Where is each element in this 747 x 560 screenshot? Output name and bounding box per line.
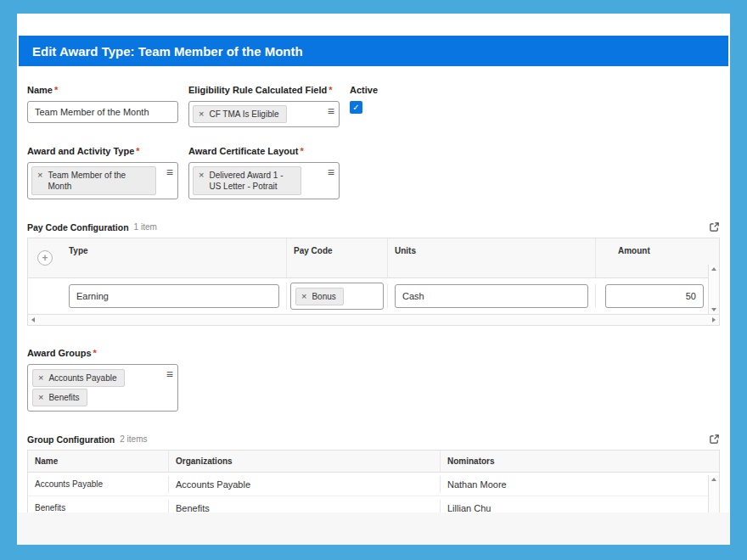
form-row-2: Award and Activity Type* × Team Member o… — [27, 146, 720, 199]
scroll-up-icon[interactable] — [711, 267, 716, 271]
form-content: Name* Eligibility Rule Calculated Field*… — [17, 85, 730, 545]
award-type-field-group: Award and Activity Type* × Team Member o… — [27, 146, 178, 199]
column-header-nominators: Nominators — [440, 451, 719, 472]
award-groups-section: Award Groups* × Accounts Payable × Benef… — [27, 348, 720, 412]
row-name-cell: Accounts Payable — [28, 476, 168, 492]
prompt-menu-icon[interactable]: ≡ — [328, 166, 334, 178]
award-groups-label-text: Award Groups — [27, 348, 92, 358]
award-group-pill: × Accounts Payable — [32, 369, 125, 387]
certificate-label: Award Certificate Layout* — [188, 146, 340, 156]
organizations-cell: Accounts Payable — [168, 476, 440, 493]
eligibility-field-group: Eligibility Rule Calculated Field* × CF … — [188, 85, 340, 127]
page-title-bar: Edit Award Type: Team Member of the Mont… — [19, 36, 728, 66]
units-cell — [387, 284, 595, 308]
pay-code-cell: × Bonus — [286, 283, 387, 310]
nominators-cell: Nathan Moore — [440, 476, 719, 493]
active-field-group: Active ✓ — [350, 85, 378, 127]
scroll-down-icon[interactable] — [711, 308, 716, 311]
add-row-cell: + — [28, 238, 62, 277]
required-asterisk: * — [54, 85, 58, 95]
eligibility-pill-label: CF TMA Is Eligible — [209, 109, 278, 120]
active-checkbox[interactable]: ✓ — [350, 101, 362, 114]
pay-code-table-header: + Type Pay Code Units Amount — [28, 238, 719, 278]
table-row: Accounts Payable Accounts Payable Nathan… — [28, 473, 719, 496]
page: Edit Award Type: Team Member of the Mont… — [17, 14, 730, 545]
pay-code-table: + Type Pay Code Units Amount — [27, 238, 720, 326]
pay-code-multiselect[interactable]: × Bonus — [290, 283, 384, 310]
pay-code-item-count: 1 item — [134, 222, 157, 232]
scroll-right-icon[interactable] — [712, 317, 716, 322]
group-config-section-header: Group Configuration 2 items — [27, 434, 720, 445]
vertical-scrollbar[interactable] — [708, 265, 719, 314]
required-asterisk: * — [93, 348, 97, 358]
close-icon[interactable]: × — [199, 109, 204, 119]
check-icon: ✓ — [352, 103, 359, 112]
active-label: Active — [350, 85, 378, 95]
group-config-item-count: 2 items — [120, 434, 147, 444]
required-asterisk: * — [136, 146, 139, 156]
pay-code-section-header: Pay Code Configuration 1 item — [27, 221, 720, 232]
column-header-units: Units — [387, 238, 595, 277]
award-groups-label: Award Groups* — [27, 348, 720, 358]
eligibility-label: Eligibility Rule Calculated Field* — [188, 85, 340, 95]
name-input[interactable] — [27, 101, 178, 123]
certificate-pill-label: Delivered Award 1 - US Letter - Potrait — [209, 170, 294, 192]
award-groups-multiselect[interactable]: × Accounts Payable × Benefits ≡ — [27, 364, 178, 412]
column-header-amount: Amount — [595, 238, 719, 277]
required-asterisk: * — [329, 85, 332, 95]
prompt-menu-icon[interactable]: ≡ — [166, 166, 173, 178]
prompt-menu-icon[interactable]: ≡ — [328, 105, 334, 117]
group-config-section-title: Group Configuration — [27, 434, 115, 445]
outer-frame: Edit Award Type: Team Member of the Mont… — [0, 0, 747, 560]
award-type-pill-label: Team Member of the Month — [48, 170, 149, 192]
name-field-group: Name* — [27, 85, 178, 127]
eligibility-label-text: Eligibility Rule Calculated Field — [188, 85, 327, 95]
form-row-1: Name* Eligibility Rule Calculated Field*… — [27, 85, 720, 127]
close-icon[interactable]: × — [37, 170, 42, 180]
column-header-name: Name — [28, 451, 168, 472]
required-asterisk: * — [300, 146, 303, 156]
amount-cell — [595, 284, 719, 308]
pay-code-pill: × Bonus — [295, 288, 344, 305]
prompt-menu-icon[interactable]: ≡ — [166, 368, 173, 380]
award-type-pill: × Team Member of the Month — [31, 166, 156, 195]
pay-code-pill-label: Bonus — [312, 291, 335, 302]
eligibility-multiselect[interactable]: × CF TMA Is Eligible ≡ — [188, 101, 340, 127]
close-icon[interactable]: × — [38, 392, 43, 402]
award-type-label: Award and Activity Type* — [27, 146, 178, 156]
type-cell — [62, 284, 286, 308]
group-config-table-header: Name Organizations Nominators — [28, 451, 719, 473]
table-row: × Bonus — [28, 278, 719, 314]
horizontal-scrollbar[interactable] — [28, 314, 719, 325]
award-type-multiselect[interactable]: × Team Member of the Month ≡ — [27, 162, 178, 199]
column-header-type: Type — [62, 238, 286, 277]
eligibility-pill: × CF TMA Is Eligible — [193, 105, 287, 123]
close-icon[interactable]: × — [199, 170, 204, 180]
award-type-label-text: Award and Activity Type — [27, 146, 134, 156]
add-row-button[interactable]: + — [37, 250, 53, 266]
certificate-pill: × Delivered Award 1 - US Letter - Potrai… — [193, 166, 301, 195]
column-header-pay-code: Pay Code — [286, 238, 387, 277]
scroll-left-icon[interactable] — [31, 317, 35, 322]
scroll-up-icon[interactable] — [711, 478, 716, 481]
footer-strip — [17, 512, 730, 545]
amount-input[interactable] — [605, 284, 704, 308]
award-group-pill-label: Benefits — [48, 392, 79, 403]
pay-code-section-title: Pay Code Configuration — [27, 222, 129, 232]
column-header-organizations: Organizations — [168, 451, 440, 472]
units-input[interactable] — [395, 284, 588, 308]
type-input[interactable] — [69, 284, 279, 308]
close-icon[interactable]: × — [38, 372, 43, 383]
certificate-field-group: Award Certificate Layout* × Delivered Aw… — [188, 146, 340, 199]
page-title: Edit Award Type: Team Member of the Mont… — [32, 44, 303, 59]
certificate-label-text: Award Certificate Layout — [188, 146, 298, 156]
pay-code-section: Pay Code Configuration 1 item + — [27, 221, 720, 326]
award-group-pill: × Benefits — [32, 389, 87, 406]
expand-table-icon[interactable] — [709, 221, 720, 232]
name-label-text: Name — [27, 85, 53, 95]
certificate-multiselect[interactable]: × Delivered Award 1 - US Letter - Potrai… — [188, 162, 340, 199]
close-icon[interactable]: × — [301, 291, 306, 301]
name-label: Name* — [27, 85, 178, 95]
award-group-pill-label: Accounts Payable — [48, 372, 116, 384]
expand-table-icon[interactable] — [709, 434, 720, 445]
